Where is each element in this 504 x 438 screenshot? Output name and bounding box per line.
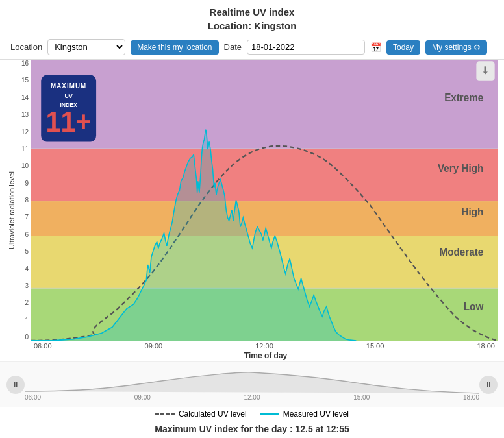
very-high-zone (31, 149, 498, 201)
today-button[interactable]: Today (386, 40, 420, 55)
uv-max-text: MAXIMUM (51, 82, 86, 90)
chart-area: Ultraviolet radiation level 16 15 14 13 … (0, 60, 504, 361)
extreme-label: Extreme (444, 92, 483, 104)
uv-number-text: 11+ (46, 106, 92, 138)
chart-svg-container: Extreme Very High High Moderate Low (31, 60, 498, 341)
measured-legend-item: Measured UV level (260, 409, 349, 419)
timeline-x-labels: 06:00 09:00 12:00 15:00 18:00 (25, 394, 479, 401)
x-axis-title: Time of day (17, 350, 498, 361)
page-title: Realtime UV index Location: Kingston (0, 5, 504, 32)
chart-wrapper: Ultraviolet radiation level 16 15 14 13 … (6, 60, 498, 361)
timeline-svg (25, 369, 479, 395)
download-icon[interactable]: ⬇ (481, 65, 490, 77)
moderate-label: Moderate (440, 246, 484, 258)
chart-svg: Extreme Very High High Moderate Low (31, 60, 498, 341)
measured-legend-label: Measured UV level (283, 409, 349, 419)
settings-button[interactable]: My settings ⚙ (425, 40, 487, 55)
make-my-location-button[interactable]: Make this my location (131, 40, 218, 55)
calculated-legend-line (155, 413, 175, 415)
page-header: Realtime UV index Location: Kingston (0, 0, 504, 35)
date-input[interactable] (247, 40, 365, 55)
high-zone (31, 201, 498, 236)
x-axis: 06:00 09:00 12:00 15:00 18:00 (17, 341, 498, 350)
timeline-curve (25, 372, 479, 393)
uv-label-text: UV (65, 92, 73, 99)
legend-area: Calculated UV level Measured UV level (0, 407, 504, 421)
pause-button-right[interactable]: ⏸ (479, 376, 498, 394)
date-label: Date (224, 42, 242, 52)
high-label: High (461, 206, 483, 217)
calculated-legend-item: Calculated UV level (155, 409, 247, 419)
y-axis-label: Ultraviolet radiation level (6, 60, 17, 361)
toolbar: Location Kingston Make this my location … (0, 35, 504, 60)
y-axis-ticks: 16 15 14 13 12 11 10 9 8 7 6 5 4 3 (17, 60, 31, 341)
extreme-zone (31, 60, 498, 149)
measured-legend-line (260, 413, 279, 415)
calculated-legend-label: Calculated UV level (179, 409, 247, 419)
location-label: Location (10, 42, 42, 52)
max-uv-info: Maximum UV index for the day : 12.5 at 1… (0, 421, 504, 438)
location-select[interactable]: Kingston (47, 39, 125, 55)
calendar-icon[interactable]: 📅 (370, 42, 381, 53)
low-label: Low (464, 301, 484, 313)
pause-button-left[interactable]: ⏸ (6, 376, 25, 394)
timeline-area: ⏸ 06:00 09:00 12:00 15:00 18:00 ⏸ (0, 361, 504, 407)
timeline-inner: 06:00 09:00 12:00 15:00 18:00 (25, 369, 479, 401)
very-high-label: Very High (438, 163, 483, 175)
